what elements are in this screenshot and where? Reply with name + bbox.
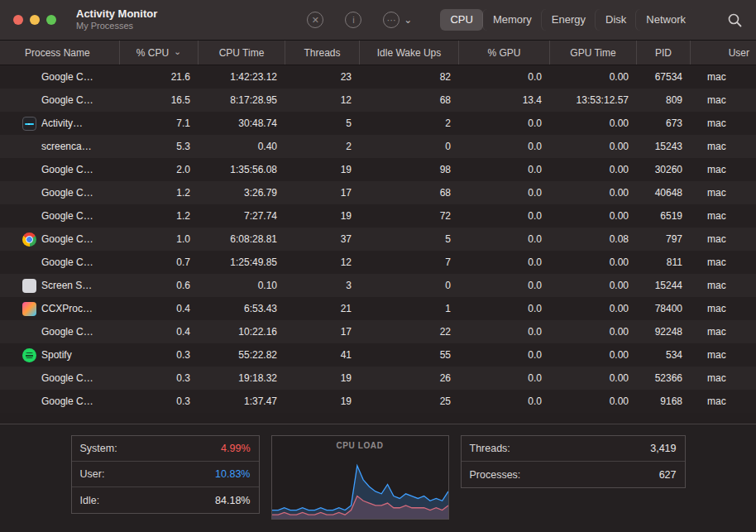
- cell-gpu: 0.0: [459, 117, 550, 129]
- cell-gpu: 0.0: [459, 187, 550, 199]
- column-header-gpu[interactable]: % GPU: [459, 41, 550, 65]
- window-controls: [13, 15, 56, 25]
- window-title: Activity Monitor: [76, 7, 157, 21]
- table-row[interactable]: Google C…16.58:17:28.95126813.413:53:12.…: [0, 89, 756, 112]
- close-button[interactable]: [13, 15, 23, 25]
- column-header-threads[interactable]: Threads: [285, 41, 360, 65]
- column-header-cpu-time[interactable]: CPU Time: [199, 41, 285, 65]
- process-name-label: Google C…: [41, 233, 93, 245]
- cell-gpu: 0.0: [459, 141, 550, 152]
- app-icon-placeholder: [22, 70, 36, 84]
- cell-idle-wake-ups: 0: [360, 280, 459, 291]
- cell-threads: 3: [285, 280, 360, 291]
- search-icon: [727, 12, 743, 28]
- table-row[interactable]: Activity…7.130:48.74520.00.00673mac: [0, 112, 756, 135]
- table-header: Process Name% CPU⌄CPU TimeThreadsIdle Wa…: [0, 41, 756, 65]
- cell-cpu: 0.4: [120, 326, 199, 338]
- more-options-icon: ⋯: [383, 12, 400, 28]
- process-name-label: Google C…: [41, 94, 93, 106]
- view-segmented-control: CPUMemoryEnergyDiskNetwork: [440, 9, 696, 31]
- table-row[interactable]: Screen S…0.60.10300.00.0015244mac: [0, 274, 756, 297]
- column-header-cpu[interactable]: % CPU⌄: [120, 41, 199, 65]
- search-button[interactable]: [727, 12, 743, 28]
- cell-gpu-time: 0.08: [550, 233, 637, 245]
- cell-user: mac: [691, 395, 756, 407]
- cell-process-name: Activity…: [0, 117, 120, 131]
- cell-cpu-time: 30:48.74: [199, 117, 285, 129]
- cell-threads: 37: [285, 233, 360, 245]
- cell-pid: 30260: [637, 164, 691, 175]
- process-name-label: screenca…: [41, 141, 92, 152]
- cell-cpu-time: 8:17:28.95: [199, 94, 285, 106]
- stat-label: Threads:: [470, 443, 510, 454]
- process-name-label: Google C…: [41, 71, 93, 83]
- table-row[interactable]: Google C…0.31:37.4719250.00.009168mac: [0, 390, 756, 413]
- tab-memory[interactable]: Memory: [483, 9, 542, 31]
- table-row[interactable]: Google C…0.319:18.3219260.00.0052366mac: [0, 367, 756, 390]
- cell-cpu-time: 6:53.43: [199, 303, 285, 314]
- cell-user: mac: [691, 233, 756, 245]
- quit-process-button[interactable]: ✕: [307, 12, 323, 28]
- table-row[interactable]: CCXProc…0.46:53.432110.00.0078400mac: [0, 297, 756, 320]
- cell-gpu-time: 0.00: [550, 303, 637, 314]
- cell-gpu-time: 0.00: [550, 187, 637, 199]
- column-header-process-name[interactable]: Process Name: [0, 41, 120, 65]
- cell-cpu-time: 10:22.16: [199, 326, 285, 338]
- table-row[interactable]: Google C…0.71:25:49.851270.00.00811mac: [0, 251, 756, 274]
- table-row[interactable]: Google C…2.01:35:56.0819980.00.0030260ma…: [0, 158, 756, 181]
- activity-monitor-window: Activity Monitor My Processes ✕i⋯⌄ CPUMe…: [0, 0, 756, 532]
- table-row[interactable]: Google C…1.06:08:28.813750.00.08797mac: [0, 228, 756, 251]
- cell-pid: 673: [637, 117, 691, 129]
- cell-gpu: 13.4: [459, 94, 550, 106]
- cpu-usage-stats-box: System:4.99%User:10.83%Idle:84.18%: [71, 435, 260, 514]
- cell-idle-wake-ups: 22: [360, 326, 459, 338]
- stat-label: User:: [80, 468, 105, 480]
- process-name-label: Spotify: [41, 349, 72, 361]
- cell-process-name: Google C…: [0, 232, 120, 247]
- cell-process-name: Google C…: [0, 256, 120, 270]
- cell-user: mac: [691, 164, 756, 175]
- cell-process-name: CCXProc…: [0, 302, 120, 316]
- cell-idle-wake-ups: 68: [360, 94, 459, 106]
- column-header-user[interactable]: User: [691, 41, 756, 65]
- minimize-button[interactable]: [30, 15, 40, 25]
- table-row[interactable]: Spotify0.355:22.8241550.00.00534mac: [0, 343, 756, 367]
- more-options-button[interactable]: ⋯⌄: [383, 12, 412, 28]
- cell-pid: 15244: [637, 280, 691, 291]
- cell-gpu-time: 0.00: [550, 349, 637, 361]
- table-row[interactable]: Google C…1.27:27.7419720.00.006519mac: [0, 204, 756, 228]
- table-row[interactable]: Google C…21.61:42:23.1223820.00.0067534m…: [0, 65, 756, 89]
- tab-energy[interactable]: Energy: [542, 9, 596, 31]
- column-header-gpu-time[interactable]: GPU Time: [550, 41, 637, 65]
- table-row[interactable]: screenca…5.30.40200.00.0015243mac: [0, 135, 756, 158]
- threads-processes-box: Threads:3,419Processes:627: [461, 435, 686, 488]
- window-subtitle: My Processes: [76, 21, 157, 32]
- tab-network[interactable]: Network: [636, 9, 696, 31]
- table-row[interactable]: Google C…0.410:22.1617220.00.0092248mac: [0, 320, 756, 343]
- cell-gpu-time: 13:53:12.57: [550, 94, 637, 106]
- inspect-button[interactable]: i: [345, 12, 361, 28]
- tab-disk[interactable]: Disk: [596, 9, 636, 31]
- tab-cpu[interactable]: CPU: [440, 9, 482, 31]
- cell-pid: 78400: [637, 303, 691, 314]
- cell-cpu: 0.7: [120, 256, 199, 268]
- toolbar-actions: ✕i⋯⌄: [307, 12, 412, 28]
- cell-process-name: Google C…: [0, 209, 120, 223]
- cpu-load-chart: [272, 454, 448, 519]
- app-icon-placeholder: [22, 325, 36, 339]
- cell-pid: 797: [637, 233, 691, 245]
- cell-user: mac: [691, 349, 756, 361]
- cell-cpu-time: 55:22.82: [199, 349, 285, 361]
- table-row[interactable]: Google C…1.23:26.7917680.00.0040648mac: [0, 181, 756, 204]
- app-icon-placeholder: [22, 371, 36, 386]
- process-table: Google C…21.61:42:23.1223820.00.0067534m…: [0, 65, 756, 424]
- zoom-button[interactable]: [46, 15, 56, 25]
- column-header-idle-wake-ups[interactable]: Idle Wake Ups: [360, 41, 459, 65]
- chevron-down-icon: ⌄: [404, 14, 412, 26]
- cell-idle-wake-ups: 25: [360, 395, 459, 407]
- cell-gpu-time: 0.00: [550, 141, 637, 152]
- cell-threads: 41: [285, 349, 360, 361]
- cell-pid: 6519: [637, 210, 691, 222]
- column-header-pid[interactable]: PID: [637, 41, 691, 65]
- cell-idle-wake-ups: 82: [360, 71, 459, 83]
